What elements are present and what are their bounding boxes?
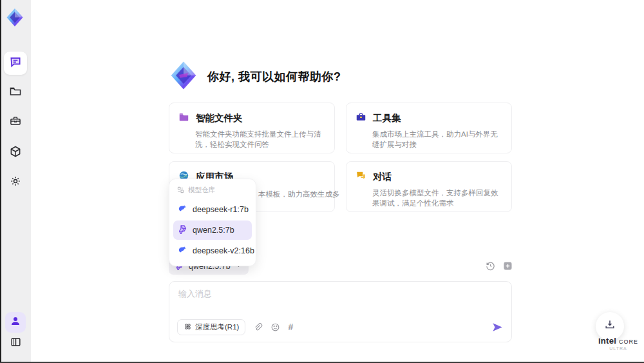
qwen-icon [178, 224, 187, 236]
model-option-label: deepseek-v2:16b [193, 246, 254, 255]
card-title: 智能文件夹 [196, 112, 243, 124]
sidebar-item-chat[interactable] [4, 52, 27, 75]
core-wordmark: core [619, 336, 638, 346]
hash-icon[interactable]: # [288, 322, 292, 332]
repo-icon [177, 186, 184, 195]
intel-sub-label: ULTRA [598, 346, 639, 351]
send-button[interactable] [491, 321, 504, 333]
intel-core-branding: intel core ULTRA [598, 336, 639, 351]
card-description: 本模板，助力高效生成多 [258, 189, 340, 199]
emoji-icon[interactable] [270, 322, 280, 332]
model-dropdown-header: 模型仓库 [173, 183, 252, 199]
cube-icon [9, 145, 22, 161]
user-icon [10, 315, 21, 329]
conversation-icon [355, 170, 366, 184]
history-icon[interactable] [485, 260, 496, 271]
toolset-icon [355, 112, 366, 125]
chat-icon [9, 55, 22, 71]
composer-toolbar: 深度思考(R1) # [177, 319, 504, 335]
sidebar-item-folders[interactable] [4, 81, 27, 104]
greeting: 你好, 我可以如何帮助你? [169, 61, 341, 93]
sidebar-item-toolbox[interactable] [4, 111, 27, 134]
card-smart-folder[interactable]: 智能文件夹 智能文件夹功能支持批量文件上传与清洗，轻松实现文件问答 [169, 103, 335, 153]
model-dropdown-header-label: 模型仓库 [188, 186, 215, 195]
sidebar-item-settings[interactable] [4, 171, 27, 194]
model-option-deepseek-r1[interactable]: deepseek-r1:7b [173, 200, 252, 219]
card-description: 灵活切换多模型文件，支持多样回复效果调试，满足个性化需求 [372, 188, 502, 208]
card-title: 对话 [373, 171, 392, 183]
card-conversation[interactable]: 对话 灵活切换多模型文件，支持多样回复效果调试，满足个性化需求 [346, 161, 512, 212]
window-edge-left [0, 0, 1, 363]
greeting-logo-icon [169, 61, 198, 93]
folder-icon [9, 85, 22, 101]
model-dropdown: 模型仓库 deepseek-r1:7b qwen2.5:7b [169, 179, 256, 266]
card-description: 智能文件夹功能支持批量文件上传与清洗，轻松实现文件问答 [195, 129, 325, 150]
deepseek-icon [178, 204, 187, 215]
sidebar-item-panel-toggle[interactable] [5, 333, 26, 353]
attachment-icon[interactable] [253, 322, 263, 332]
deep-think-label: 深度思考(R1) [195, 322, 239, 332]
toolbox-icon [9, 115, 22, 130]
model-option-label: qwen2.5:7b [193, 226, 234, 235]
app-window: 你好, 我可以如何帮助你? 智能文件夹 智能文件夹功能支持批量文件上传与清洗，轻… [0, 0, 644, 363]
card-toolset[interactable]: 工具集 集成市场上主流工具，助力AI与外界无缝扩展与对接 [346, 103, 512, 153]
gear-icon [9, 175, 22, 190]
atom-icon [184, 322, 192, 332]
smart-folder-icon [178, 112, 189, 125]
new-chat-icon[interactable] [502, 260, 513, 271]
model-option-label: deepseek-r1:7b [193, 205, 249, 214]
card-title: 工具集 [373, 112, 401, 124]
panel-toggle-icon [10, 336, 22, 351]
sidebar-item-models[interactable] [4, 141, 27, 164]
card-description: 集成市场上主流工具，助力AI与外界无缝扩展与对接 [372, 129, 502, 150]
download-icon [603, 319, 616, 334]
deep-think-button[interactable]: 深度思考(R1) [177, 319, 245, 335]
greeting-title: 你好, 我可以如何帮助你? [207, 69, 341, 84]
intel-wordmark: intel [598, 336, 616, 346]
composer-top-actions [485, 260, 513, 271]
sidebar [0, 0, 31, 363]
deepseek-icon [178, 245, 187, 257]
composer: 深度思考(R1) # [169, 281, 512, 342]
sidebar-item-account[interactable] [5, 312, 26, 333]
main-area: 你好, 我可以如何帮助你? 智能文件夹 智能文件夹功能支持批量文件上传与清洗，轻… [31, 0, 644, 363]
model-option-qwen[interactable]: qwen2.5:7b [173, 221, 252, 240]
app-logo-icon [5, 8, 24, 27]
model-option-deepseek-v2[interactable]: deepseek-v2:16b [173, 241, 252, 260]
message-input[interactable] [178, 288, 500, 314]
